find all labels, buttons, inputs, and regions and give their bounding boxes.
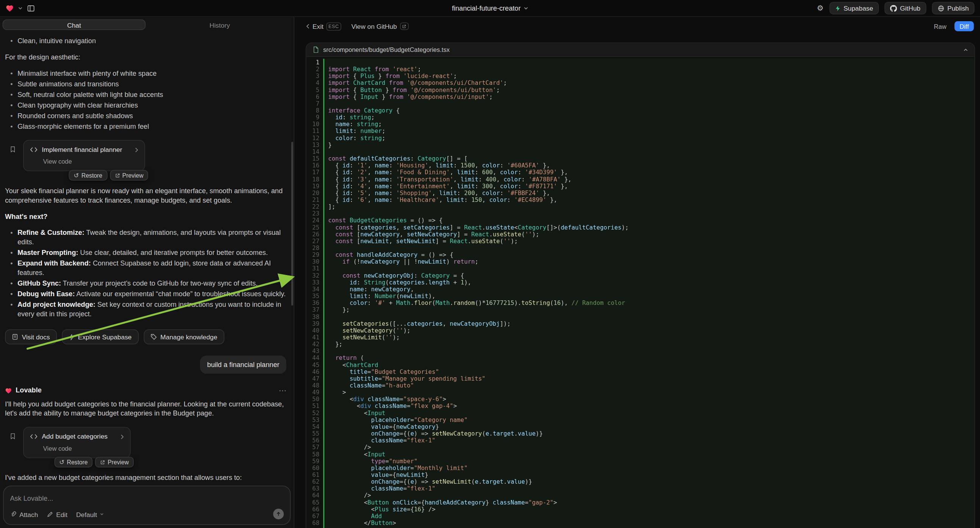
edit-mode-button[interactable]: Edit xyxy=(46,510,67,518)
logo-chevron-down-icon[interactable] xyxy=(18,6,23,10)
quick-actions: Visit docs Explore Supabase Manage knowl… xyxy=(5,329,286,345)
project-chevron-down-icon xyxy=(524,6,528,10)
pencil-icon xyxy=(46,511,52,517)
view-code-link[interactable]: View code xyxy=(30,444,124,453)
manage-knowledge-button[interactable]: Manage knowledge xyxy=(143,329,224,345)
edit-card-actions: ↺ Restore Preview xyxy=(54,457,134,468)
visit-docs-button[interactable]: Visit docs xyxy=(5,329,57,345)
github-external-link-icon[interactable] xyxy=(400,22,409,30)
app-window: financial-future-creator ⚙ Supabase GitH… xyxy=(0,0,980,528)
assistant-message-header: Lovable ⋯ xyxy=(5,386,286,395)
edit-card[interactable]: Implement financial planner View code ↺ … xyxy=(23,140,145,172)
code-viewer[interactable]: 1234567891011121314151617181920212223242… xyxy=(307,57,975,528)
raw-toggle-button[interactable]: Raw xyxy=(930,22,950,31)
view-code-link[interactable]: View code xyxy=(30,157,138,166)
aesthetic-list: Minimalist interface with plenty of whit… xyxy=(5,67,286,131)
list-item: Refine & Customize: Tweak the design, an… xyxy=(5,228,286,247)
edit-card-actions: ↺ Restore Preview xyxy=(68,170,148,181)
restore-button[interactable]: ↺ Restore xyxy=(54,457,93,468)
github-button[interactable]: GitHub xyxy=(885,2,926,14)
message-more-icon[interactable]: ⋯ xyxy=(279,386,286,395)
tag-icon xyxy=(150,334,157,340)
external-link-icon xyxy=(115,173,120,178)
chat-message-list: Clean, intuitive navigation For the desi… xyxy=(0,32,294,482)
tab-history[interactable]: History xyxy=(148,19,291,30)
code-header: Exit ESC View on GitHub Raw Diff xyxy=(295,17,980,35)
previous-list-tail: Clean, intuitive navigation xyxy=(5,35,286,45)
preview-button[interactable]: Preview xyxy=(110,170,148,181)
preview-button[interactable]: Preview xyxy=(95,457,134,468)
assistant-added-intro: I've added a new budget categories manag… xyxy=(5,473,286,482)
tab-chat[interactable]: Chat xyxy=(3,19,146,30)
chevron-right-icon xyxy=(135,147,138,152)
edit-block-implement-financial-planner: Implement financial planner View code ↺ … xyxy=(5,140,286,172)
bookmark-icon[interactable] xyxy=(10,145,16,153)
restore-icon: ↺ xyxy=(74,172,79,179)
chat-input[interactable] xyxy=(10,494,284,502)
collapse-chevron-up-icon[interactable] xyxy=(963,48,968,51)
bookmark-icon[interactable] xyxy=(10,433,16,440)
file-card: src/components/budget/BudgetCategories.t… xyxy=(306,43,975,528)
publish-button[interactable]: Publish xyxy=(932,2,974,14)
edit-card[interactable]: Add budget categories View code ↺ Restor… xyxy=(23,427,131,458)
project-switcher[interactable]: financial-future-creator xyxy=(452,5,528,12)
sidebar-toggle-icon[interactable] xyxy=(27,4,35,12)
list-item: Subtle animations and transitions xyxy=(5,80,286,89)
supabase-button[interactable]: Supabase xyxy=(829,2,879,14)
supabase-bolt-outline-icon xyxy=(68,333,74,340)
view-on-github-button[interactable]: View on GitHub xyxy=(352,22,397,30)
code-panel: Exit ESC View on GitHub Raw Diff src/com… xyxy=(295,17,980,528)
diff-toggle-button[interactable]: Diff xyxy=(955,21,974,31)
restore-icon: ↺ xyxy=(59,459,64,466)
lovable-heart-icon xyxy=(5,387,12,393)
list-item: Master Prompting: Use clear, detailed, a… xyxy=(5,248,286,258)
explore-supabase-button[interactable]: Explore Supabase xyxy=(62,329,138,345)
edit-card-title: Add budget categories xyxy=(42,432,108,441)
assistant-name: Lovable xyxy=(16,386,42,395)
send-button[interactable] xyxy=(273,509,284,519)
list-item: Add project knowledge: Set key context o… xyxy=(5,300,286,319)
exit-button[interactable]: Exit xyxy=(307,22,323,30)
list-item: Expand with Backend: Connect Supabase to… xyxy=(5,259,286,278)
restore-button[interactable]: ↺ Restore xyxy=(68,170,107,181)
topbar: financial-future-creator ⚙ Supabase GitH… xyxy=(0,0,980,17)
project-name: financial-future-creator xyxy=(452,5,521,12)
file-header[interactable]: src/components/budget/BudgetCategories.t… xyxy=(307,43,975,57)
chevron-left-icon xyxy=(307,24,310,29)
chat-scrollbar[interactable] xyxy=(291,142,293,306)
chat-panel: Chat History Clean, intuitive navigation… xyxy=(0,17,294,528)
list-item: Soft, neutral color palette with light b… xyxy=(5,90,286,100)
chat-tabstrip: Chat History xyxy=(0,17,294,32)
arrow-up-icon xyxy=(276,511,282,517)
file-icon xyxy=(312,46,319,53)
code-lines: import React from 'react';import { Plus … xyxy=(324,59,974,528)
edit-card-title: Implement financial planner xyxy=(42,145,123,154)
chevron-right-icon xyxy=(121,434,124,439)
supabase-bolt-icon xyxy=(835,5,841,11)
settings-gear-icon[interactable]: ⚙ xyxy=(817,4,824,13)
attach-button[interactable]: Attach xyxy=(10,510,38,518)
composer-toolbar: Attach Edit Default xyxy=(10,509,284,519)
github-icon xyxy=(890,5,897,11)
list-item: Minimalist interface with plenty of whit… xyxy=(5,69,286,78)
external-link-icon xyxy=(100,460,105,465)
globe-icon xyxy=(937,5,944,11)
chevron-down-icon xyxy=(100,513,104,515)
list-item: Rounded corners and subtle shadows xyxy=(5,111,286,121)
docs-icon xyxy=(12,334,18,340)
assistant-reply: I'll help you add budget categories to t… xyxy=(5,399,286,418)
user-message: build a financial planner xyxy=(200,356,286,374)
list-item: Glass-morphic elements for a premium fee… xyxy=(5,122,286,132)
list-item: GitHub Sync: Transfer your project's cod… xyxy=(5,279,286,288)
esc-key-badge: ESC xyxy=(326,22,342,30)
line-numbers: 1234567891011121314151617181920212223242… xyxy=(307,59,323,528)
list-item: Clean typography with clear hierarchies xyxy=(5,101,286,110)
code-icon xyxy=(30,434,38,439)
assistant-summary: Your sleek financial planner is now read… xyxy=(5,186,286,205)
list-item: Debug with Ease: Activate our experiment… xyxy=(5,289,286,299)
lovable-logo-heart-icon[interactable] xyxy=(6,5,14,12)
design-aesthetic-heading: For the design aesthetic: xyxy=(5,52,286,62)
next-steps-list: Refine & Customize: Tweak the design, an… xyxy=(5,227,286,319)
edit-block-add-budget-categories: Add budget categories View code ↺ Restor… xyxy=(5,427,286,458)
model-selector[interactable]: Default xyxy=(76,510,104,518)
